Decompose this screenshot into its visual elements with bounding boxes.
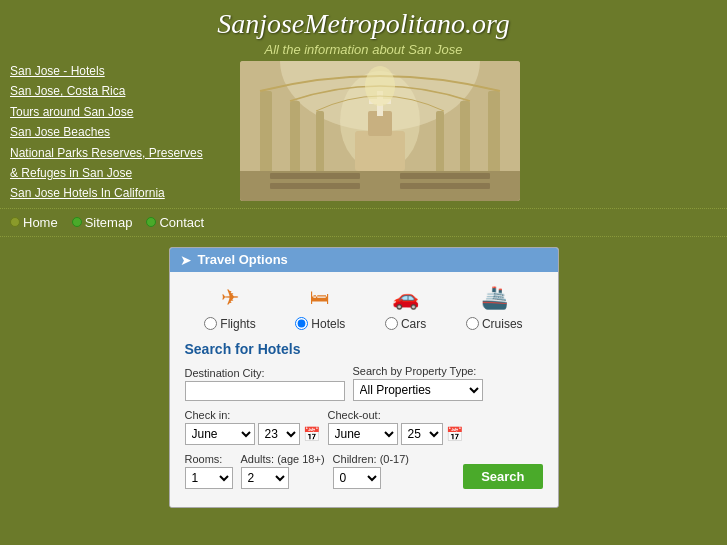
- checkin-calendar-icon[interactable]: 📅: [303, 426, 320, 442]
- destination-label: Destination City:: [185, 367, 345, 379]
- site-header: SanjoseMetropolitano.org All the informa…: [0, 0, 727, 61]
- destination-group: Destination City:: [185, 367, 345, 401]
- svg-rect-14: [355, 131, 405, 171]
- nav-link-parks[interactable]: National Parks Reserves, Preserves: [10, 143, 230, 163]
- checkout-month-select[interactable]: June: [328, 423, 398, 445]
- checkin-row: Check in: June 23 📅 Check-out:: [185, 409, 543, 445]
- nav-link-hotels[interactable]: San Jose - Hotels: [10, 61, 230, 81]
- widget-title: Travel Options: [198, 252, 288, 267]
- nav-home[interactable]: Home: [10, 215, 58, 230]
- checkin-group: Check in: June 23 📅: [185, 409, 320, 445]
- nav-sitemap[interactable]: Sitemap: [72, 215, 133, 230]
- sitemap-dot: [72, 217, 82, 227]
- widget-area: ➤ Travel Options ✈ Flights 🛏 Hot: [0, 237, 727, 528]
- svg-rect-9: [270, 173, 360, 179]
- home-dot: [10, 217, 20, 227]
- nav-link-california[interactable]: San Jose Hotels In California: [10, 183, 230, 203]
- checkin-day-select[interactable]: 23: [258, 423, 300, 445]
- hotels-label: Hotels: [311, 317, 345, 331]
- cars-label: Cars: [401, 317, 426, 331]
- children-label: Children: (0-17): [333, 453, 409, 465]
- travel-widget: ➤ Travel Options ✈ Flights 🛏 Hot: [169, 247, 559, 508]
- checkout-day-select[interactable]: 25: [401, 423, 443, 445]
- checkout-label: Check-out:: [328, 409, 463, 421]
- checkout-group: Check-out: June 25 📅: [328, 409, 463, 445]
- svg-rect-12: [400, 183, 490, 189]
- checkin-month-select[interactable]: June: [185, 423, 255, 445]
- search-section-title: Search for Hotels: [185, 341, 543, 357]
- adults-group: Adults: (age 18+) 2: [241, 453, 325, 489]
- nav-link-beaches[interactable]: San Jose Beaches: [10, 122, 230, 142]
- search-button[interactable]: Search: [463, 464, 542, 489]
- nav-link-costa-rica[interactable]: San Jose, Costa Rica: [10, 81, 230, 101]
- sitemap-link[interactable]: Sitemap: [85, 215, 133, 230]
- nav-contact[interactable]: Contact: [146, 215, 204, 230]
- cathedral-image: [240, 61, 520, 201]
- checkin-label: Check in:: [185, 409, 320, 421]
- cars-icon: 🚗: [386, 282, 426, 314]
- property-select[interactable]: All Properties: [353, 379, 483, 401]
- hotels-icon: 🛏: [300, 282, 340, 314]
- cars-radio[interactable]: [385, 317, 398, 330]
- transport-hotels: 🛏 Hotels: [295, 282, 345, 331]
- destination-input[interactable]: [185, 381, 345, 401]
- arrow-icon: ➤: [180, 252, 192, 268]
- hotels-radio[interactable]: [295, 317, 308, 330]
- transport-cars: 🚗 Cars: [385, 282, 426, 331]
- nav-link-tours[interactable]: Tours around San Jose: [10, 102, 230, 122]
- transport-options: ✈ Flights 🛏 Hotels 🚗: [185, 282, 543, 331]
- children-group: Children: (0-17) 0: [333, 453, 409, 489]
- left-nav: San Jose - Hotels San Jose, Costa Rica T…: [10, 61, 230, 204]
- main-content: San Jose - Hotels San Jose, Costa Rica T…: [0, 61, 727, 204]
- svg-rect-11: [270, 183, 360, 189]
- rooms-group: Rooms: 1: [185, 453, 233, 489]
- cruises-radio[interactable]: [466, 317, 479, 330]
- nav-link-refuges[interactable]: & Refuges in San Jose: [10, 163, 230, 183]
- cruises-label: Cruises: [482, 317, 523, 331]
- transport-flights: ✈ Flights: [204, 282, 255, 331]
- site-tagline: All the information about San Jose: [0, 42, 727, 57]
- contact-dot: [146, 217, 156, 227]
- home-link[interactable]: Home: [23, 215, 58, 230]
- rooms-row: Rooms: 1 Adults: (age 18+) 2 Children: (…: [185, 453, 543, 489]
- nav-bar: Home Sitemap Contact: [0, 208, 727, 237]
- destination-row: Destination City: Search by Property Typ…: [185, 365, 543, 401]
- svg-point-18: [365, 66, 395, 106]
- rooms-select[interactable]: 1: [185, 467, 233, 489]
- property-group: Search by Property Type: All Properties: [353, 365, 483, 401]
- contact-link[interactable]: Contact: [159, 215, 204, 230]
- flights-icon: ✈: [210, 282, 250, 314]
- adults-select[interactable]: 2: [241, 467, 289, 489]
- site-title: SanjoseMetropolitano.org: [0, 8, 727, 40]
- widget-header: ➤ Travel Options: [170, 248, 558, 272]
- checkout-calendar-icon[interactable]: 📅: [446, 426, 463, 442]
- rooms-label: Rooms:: [185, 453, 233, 465]
- property-label: Search by Property Type:: [353, 365, 483, 377]
- adults-label: Adults: (age 18+): [241, 453, 325, 465]
- flights-label: Flights: [220, 317, 255, 331]
- children-select[interactable]: 0: [333, 467, 381, 489]
- transport-cruises: 🚢 Cruises: [466, 282, 523, 331]
- flights-radio[interactable]: [204, 317, 217, 330]
- widget-body: ✈ Flights 🛏 Hotels 🚗: [170, 272, 558, 507]
- svg-rect-10: [400, 173, 490, 179]
- cruises-icon: 🚢: [474, 282, 514, 314]
